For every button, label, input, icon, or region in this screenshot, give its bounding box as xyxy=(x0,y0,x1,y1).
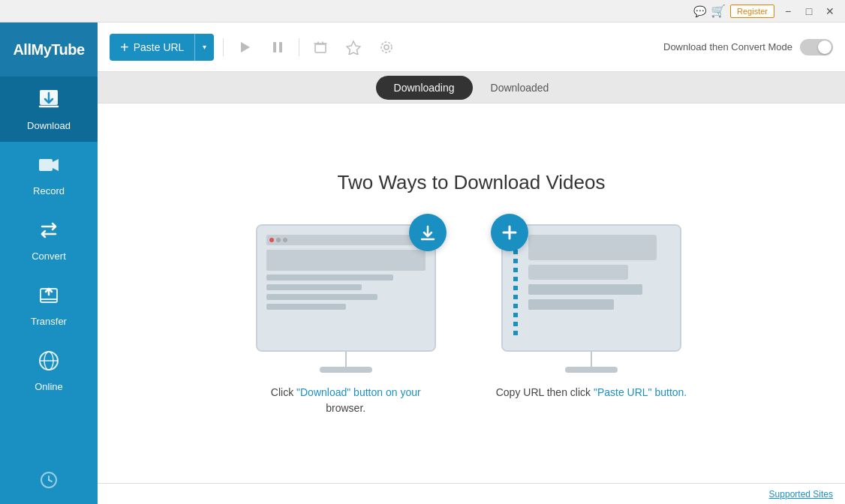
svg-line-12 xyxy=(49,480,52,482)
content-line-4 xyxy=(266,304,346,310)
dropdown-arrow-icon[interactable]: ▾ xyxy=(195,34,214,61)
content-area: Two Ways to Download Videos xyxy=(98,104,845,483)
footer: Supported Sites xyxy=(98,483,845,504)
monitor-2-content xyxy=(521,235,671,341)
tab-bar: Downloading Downloaded xyxy=(98,72,845,104)
register-button[interactable]: Register xyxy=(730,4,774,18)
toggle-knob xyxy=(818,40,831,54)
settings-button[interactable] xyxy=(374,35,398,59)
way-2-description: Copy URL then click "Paste URL" button. xyxy=(496,385,687,400)
convert-nav-icon xyxy=(36,218,62,247)
content-block-2-3 xyxy=(528,284,642,295)
sidebar-item-record-label: Record xyxy=(33,185,65,196)
content-block-2-1 xyxy=(528,235,657,260)
clock-icon[interactable] xyxy=(40,471,58,494)
delete-button[interactable] xyxy=(308,35,332,59)
content-line-2 xyxy=(266,284,362,290)
svg-rect-16 xyxy=(315,44,326,52)
content-line-3 xyxy=(266,294,377,300)
tab-downloading[interactable]: Downloading xyxy=(376,76,473,100)
svg-rect-15 xyxy=(279,42,282,52)
monitor-2-stand xyxy=(501,352,681,373)
browser-dot-3 xyxy=(283,238,287,242)
way-1: Click "Download" button on yourbrowser. xyxy=(256,224,436,416)
monitor-1-wrapper xyxy=(256,224,436,373)
toolbar: + Paste URL ▾ xyxy=(98,22,845,72)
way-2-highlight: "Paste URL" button. xyxy=(594,386,687,398)
svg-marker-13 xyxy=(241,42,250,52)
sidebar-item-online-label: Online xyxy=(35,381,63,392)
sidebar-item-transfer[interactable]: Transfer xyxy=(0,272,98,338)
browser-dot-2 xyxy=(276,238,281,242)
way-1-description: Click "Download" button on yourbrowser. xyxy=(271,385,421,416)
sidebar: AllMyTube Download Record xyxy=(0,22,98,504)
monitor-2-wrapper xyxy=(501,224,681,373)
paste-url-button[interactable]: + Paste URL ▾ xyxy=(110,34,214,61)
supported-sites-link[interactable]: Supported Sites xyxy=(769,489,833,500)
monitor-1 xyxy=(256,224,436,352)
monitor-2-neck xyxy=(591,352,592,367)
svg-marker-20 xyxy=(347,41,360,55)
browser-bar-1 xyxy=(266,235,426,245)
content-lines-1 xyxy=(266,250,426,310)
monitor-1-neck xyxy=(345,352,347,367)
sidebar-item-convert-label: Convert xyxy=(32,250,66,262)
monitor-1-content xyxy=(266,250,426,341)
toolbar-right: Download then Convert Mode xyxy=(663,39,833,56)
svg-point-22 xyxy=(381,42,392,52)
svg-point-21 xyxy=(384,45,389,50)
content-block-main xyxy=(266,250,426,271)
ways-container: Click "Download" button on yourbrowser. xyxy=(256,224,687,416)
way-1-highlight: "Download" button on your xyxy=(296,386,421,398)
main-content: + Paste URL ▾ xyxy=(98,22,845,504)
tab-downloaded[interactable]: Downloaded xyxy=(473,76,567,100)
monitor-2 xyxy=(501,224,681,352)
transfer-nav-icon xyxy=(36,283,62,312)
sidebar-item-record[interactable]: Record xyxy=(0,142,98,207)
close-button[interactable]: ✕ xyxy=(821,2,839,20)
chat-icon[interactable]: 💬 xyxy=(693,5,706,17)
play-button[interactable] xyxy=(233,35,257,59)
content-block-2-2 xyxy=(528,265,628,280)
app-logo: AllMyTube xyxy=(0,22,98,76)
way-2: Copy URL then click "Paste URL" button. xyxy=(496,224,687,400)
online-nav-icon xyxy=(36,348,62,377)
monitor-1-stand xyxy=(256,352,436,373)
separator-1 xyxy=(223,38,224,56)
browser-dot-red xyxy=(269,238,274,242)
pause-button[interactable] xyxy=(266,35,290,59)
boost-button[interactable] xyxy=(341,35,365,59)
minimize-button[interactable]: − xyxy=(779,2,797,20)
monitor-1-base xyxy=(320,367,372,373)
plus-badge xyxy=(491,214,528,251)
page-title: Two Ways to Download Videos xyxy=(338,171,606,194)
monitor-2-base xyxy=(565,367,618,373)
separator-2 xyxy=(299,38,299,56)
plus-icon: + xyxy=(120,40,129,55)
sidebar-bottom xyxy=(0,460,98,504)
dashed-line xyxy=(513,241,518,338)
monitor-2-screen xyxy=(503,226,680,350)
content-block-2-4 xyxy=(528,299,614,310)
download-badge xyxy=(409,214,447,251)
title-bar: 💬 🛒 Register − □ ✕ xyxy=(0,0,845,22)
svg-rect-14 xyxy=(273,42,276,52)
svg-rect-4 xyxy=(39,159,53,171)
maximize-button[interactable]: □ xyxy=(800,2,818,20)
app-container: AllMyTube Download Record xyxy=(0,22,845,504)
sidebar-item-convert[interactable]: Convert xyxy=(0,207,98,272)
sidebar-item-download[interactable]: Download xyxy=(0,76,98,142)
paste-url-label: Paste URL xyxy=(134,41,185,53)
cart-icon[interactable]: 🛒 xyxy=(711,4,726,18)
download-convert-toggle[interactable] xyxy=(800,39,833,56)
content-line-1 xyxy=(266,274,394,280)
download-convert-mode-label: Download then Convert Mode xyxy=(663,41,792,52)
sidebar-item-transfer-label: Transfer xyxy=(31,316,67,327)
download-nav-icon xyxy=(36,87,62,116)
sidebar-item-online[interactable]: Online xyxy=(0,338,98,403)
monitor-1-screen xyxy=(257,226,435,350)
content-blocks-2 xyxy=(528,235,671,310)
record-nav-icon xyxy=(36,152,62,182)
sidebar-item-download-label: Download xyxy=(27,120,71,131)
